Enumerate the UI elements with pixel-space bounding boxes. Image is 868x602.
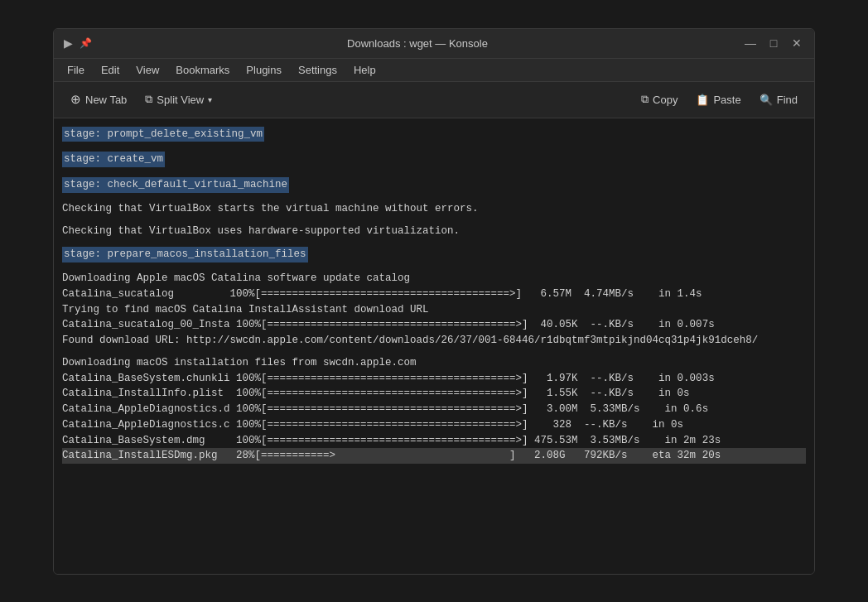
- terminal-blank-line: [62, 143, 806, 150]
- terminal-line: Downloading macOS installation files fro…: [62, 355, 806, 371]
- toolbar-right: ⧉ Copy 📋 Paste 🔍 Find: [633, 89, 806, 110]
- terminal-line: Catalina_AppleDiagnostics.d 100%[=======…: [62, 402, 806, 417]
- terminal-blank-line: [62, 264, 806, 271]
- terminal-stage-line: stage: prepare_macos_installation_files: [62, 247, 806, 262]
- find-icon: 🔍: [760, 94, 773, 106]
- terminal-blank-line: [62, 169, 806, 176]
- menu-plugins[interactable]: Plugins: [239, 62, 288, 78]
- split-view-button[interactable]: ⧉ Split View ▾: [137, 89, 220, 110]
- close-button[interactable]: ✕: [789, 36, 804, 51]
- menu-help[interactable]: Help: [347, 62, 383, 78]
- terminal-output[interactable]: stage: prompt_delete_existing_vmstage: c…: [54, 118, 814, 574]
- konsole-window: ▶ 📌 Downloads : wget — Konsole — □ ✕ Fil…: [53, 28, 815, 575]
- terminal-line-cursor: Catalina_InstallESDmg.pkg 28%[==========…: [62, 448, 806, 464]
- find-button[interactable]: 🔍 Find: [751, 89, 806, 110]
- menu-file[interactable]: File: [60, 62, 91, 78]
- terminal-blank-line: [62, 238, 806, 245]
- pin-icon: 📌: [80, 37, 92, 49]
- copy-label: Copy: [653, 94, 678, 106]
- terminal-line: Catalina_BaseSystem.chunkli 100%[=======…: [62, 371, 806, 387]
- find-label: Find: [777, 94, 798, 106]
- copy-button[interactable]: ⧉ Copy: [633, 89, 686, 110]
- menu-bookmarks[interactable]: Bookmarks: [169, 62, 236, 78]
- terminal-line: Trying to find macOS Catalina InstallAss…: [62, 302, 806, 318]
- terminal-icon: ▶: [64, 36, 73, 50]
- terminal-stage-line: stage: prompt_delete_existing_vm: [62, 127, 806, 142]
- paste-icon: 📋: [696, 94, 709, 106]
- terminal-blank-line: [62, 217, 806, 224]
- terminal-line: Checking that VirtualBox starts the virt…: [62, 201, 806, 217]
- new-tab-button[interactable]: ⊕ New Tab: [62, 88, 135, 111]
- terminal-stage-line: stage: check_default_virtual_machine: [62, 177, 806, 193]
- menu-bar: File Edit View Bookmarks Plugins Setting…: [54, 59, 814, 82]
- new-tab-label: New Tab: [85, 94, 127, 106]
- minimize-button[interactable]: —: [743, 36, 758, 51]
- split-view-icon: ⧉: [145, 93, 152, 106]
- window-title: Downloads : wget — Konsole: [92, 37, 743, 50]
- toolbar: ⊕ New Tab ⧉ Split View ▾ ⧉ Copy 📋 Paste …: [54, 82, 814, 118]
- window-controls: — □ ✕: [743, 36, 804, 51]
- menu-view[interactable]: View: [129, 62, 166, 78]
- maximize-button[interactable]: □: [766, 36, 781, 51]
- terminal-line: Found download URL: http://swcdn.apple.c…: [62, 333, 806, 349]
- terminal-blank-line: [62, 195, 806, 201]
- split-view-label: Split View: [157, 94, 204, 106]
- terminal-line: Catalina_InstallInfo.plist 100%[========…: [62, 386, 806, 402]
- title-bar-left: ▶ 📌: [64, 36, 92, 50]
- copy-icon: ⧉: [641, 93, 649, 106]
- terminal-blank-line: [62, 349, 806, 355]
- terminal-line: Downloading Apple macOS Catalina softwar…: [62, 271, 806, 287]
- terminal-line: Catalina_sucatalog_00_Insta 100%[=======…: [62, 317, 806, 333]
- new-tab-icon: ⊕: [70, 92, 81, 107]
- menu-settings[interactable]: Settings: [292, 62, 344, 78]
- split-view-chevron-icon: ▾: [208, 95, 212, 104]
- menu-edit[interactable]: Edit: [94, 62, 126, 78]
- terminal-line: Catalina_sucatalog 100%[================…: [62, 287, 806, 302]
- terminal-line: Checking that VirtualBox uses hardware-s…: [62, 224, 806, 239]
- paste-button[interactable]: 📋 Paste: [687, 89, 749, 110]
- terminal-stage-line: stage: create_vm: [62, 152, 806, 167]
- terminal-line: Catalina_AppleDiagnostics.c 100%[=======…: [62, 417, 806, 433]
- title-bar: ▶ 📌 Downloads : wget — Konsole — □ ✕: [54, 29, 814, 59]
- paste-label: Paste: [713, 94, 740, 106]
- terminal-line: Catalina_BaseSystem.dmg 100%[===========…: [62, 433, 806, 449]
